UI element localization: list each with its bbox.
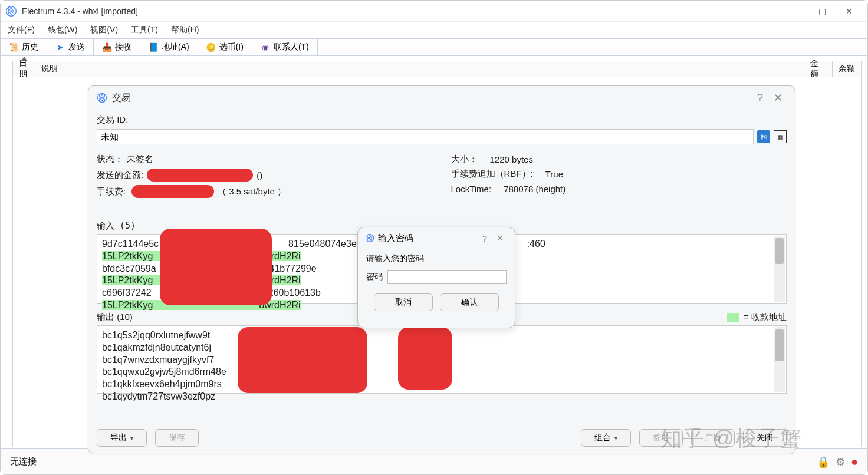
- menu-tools[interactable]: 工具(T): [129, 24, 160, 37]
- svg-point-11: [369, 237, 371, 239]
- settings-icon[interactable]: ⚙: [836, 456, 845, 469]
- pwd-titlebar: 输入密码 ? ✕: [358, 227, 515, 249]
- password-dialog: 输入密码 ? ✕ 请输入您的密码 密码 取消 确认: [357, 227, 515, 328]
- col-date[interactable]: 日期: [13, 61, 35, 77]
- combine-button[interactable]: 组合▾: [581, 429, 631, 447]
- fee-label: 手续费:: [97, 186, 126, 197]
- lock-icon[interactable]: 🔒: [817, 456, 830, 469]
- menu-help[interactable]: 帮助(H): [169, 24, 201, 37]
- electrum-logo-icon: [365, 233, 374, 243]
- close-tx-button[interactable]: 关闭: [743, 429, 787, 447]
- amount-label: 发送的金额:: [97, 170, 143, 181]
- legend: = 收款地址: [727, 312, 787, 323]
- tab-addresses-label: 地址(A): [162, 42, 189, 52]
- save-button[interactable]: 保存: [155, 429, 199, 447]
- pwd-title: 输入密码: [378, 233, 413, 244]
- send-icon: ➤: [55, 42, 65, 52]
- pwd-close-button[interactable]: ✕: [492, 233, 508, 243]
- pwd-ok-button[interactable]: 确认: [440, 293, 499, 311]
- sign-button[interactable]: 签名: [639, 429, 683, 447]
- tx-help-button[interactable]: ?: [751, 92, 769, 104]
- tab-coins-label: 选币(I): [219, 42, 244, 52]
- tab-coins[interactable]: 🪙选币(I): [198, 39, 252, 55]
- outputs-scrollbar[interactable]: [774, 327, 785, 392]
- coins-icon: 🪙: [206, 42, 216, 52]
- broadcast-button[interactable]: 广播: [691, 429, 735, 447]
- titlebar: Electrum 4.3.4 - whxl [imported] — ▢ ✕: [1, 1, 867, 22]
- size-label: 大小：: [451, 154, 478, 165]
- export-button[interactable]: 导出▾: [97, 429, 147, 447]
- txid-label: 交易 ID:: [97, 114, 787, 126]
- tx-dialog-titlebar: 交易 ? ✕: [88, 86, 795, 110]
- menu-view[interactable]: 视图(V): [88, 24, 120, 37]
- svg-point-3: [10, 10, 12, 12]
- tab-addresses[interactable]: 📘地址(A): [140, 39, 198, 55]
- tab-send-label: 发送: [68, 42, 85, 52]
- pwd-label: 密码: [366, 272, 383, 282]
- toolbar: 📜历史 ➤发送 📥接收 📘地址(A) 🪙选币(I) ◉联系人(T): [1, 38, 867, 56]
- menu-wallet[interactable]: 钱包(W): [45, 24, 80, 37]
- size-value: 1220 bytes: [490, 154, 533, 164]
- connection-status: 无连接: [10, 456, 817, 467]
- tx-dialog-buttons: 导出▾ 保存 组合▾ 签名 广播 关闭: [97, 429, 787, 447]
- chevron-down-icon: ▾: [614, 435, 617, 441]
- tab-receive-label: 接收: [115, 42, 131, 52]
- copy-icon[interactable]: ⎘: [757, 130, 770, 143]
- main-window: Electrum 4.3.4 - whxl [imported] — ▢ ✕ 文…: [0, 0, 868, 475]
- pwd-prompt: 请输入您的密码: [366, 253, 507, 264]
- contacts-icon: ◉: [261, 42, 270, 52]
- fee-rate: （ 3.5 sat/byte ）: [218, 186, 286, 197]
- redacted-block: [398, 327, 452, 390]
- minimize-button[interactable]: —: [781, 2, 808, 20]
- svg-point-7: [101, 97, 103, 99]
- pwd-cancel-button[interactable]: 取消: [374, 293, 433, 311]
- tx-details-left: 状态：未签名 发送的金额:() 手续费:（ 3.5 sat/byte ）: [97, 150, 440, 202]
- col-balance[interactable]: 余额: [833, 61, 861, 77]
- status-icons: 🔒 ⚙ ●: [817, 455, 858, 469]
- password-input[interactable]: [387, 270, 507, 284]
- tab-contacts[interactable]: ◉联系人(T): [252, 39, 318, 55]
- col-amount[interactable]: 金额: [804, 61, 833, 77]
- col-desc[interactable]: 说明: [35, 61, 804, 77]
- qr-icon[interactable]: ▦: [774, 130, 787, 143]
- locktime-value: 788078 (height): [504, 184, 565, 194]
- outputs-label: 输出 (10): [97, 312, 133, 323]
- history-columns: 日期 说明 金额 余额: [12, 61, 862, 77]
- amount-suffix: (): [257, 170, 262, 180]
- locktime-label: LockTime:: [451, 184, 492, 194]
- receive-icon: 📥: [102, 42, 111, 52]
- output-row: bc1qydytm727tsvw3ezf0pz: [102, 391, 781, 403]
- maximize-button[interactable]: ▢: [808, 2, 836, 20]
- chevron-down-icon: ▾: [130, 435, 133, 441]
- redacted-block: [238, 327, 367, 393]
- address-icon: 📘: [149, 42, 158, 52]
- tab-send[interactable]: ➤发送: [47, 39, 94, 55]
- inputs-scrollbar[interactable]: [774, 236, 785, 302]
- rbf-label: 手续费追加（RBF）:: [451, 169, 533, 180]
- menubar: 文件(F) 钱包(W) 视图(V) 工具(T) 帮助(H): [1, 22, 867, 38]
- rbf-value: True: [545, 169, 563, 179]
- window-title: Electrum 4.3.4 - whxl [imported]: [22, 6, 781, 16]
- tab-receive[interactable]: 📥接收: [94, 39, 140, 55]
- txid-input[interactable]: [97, 129, 754, 144]
- outputs-box: bc1q5s2jqq0rxlutnejfww9t bc1qakmzfdjn8eu…: [97, 325, 787, 394]
- electrum-logo-icon: [5, 5, 17, 17]
- tx-close-button[interactable]: ✕: [769, 91, 787, 104]
- close-button[interactable]: ✕: [836, 2, 863, 20]
- status-value: 未签名: [127, 154, 153, 165]
- menu-file[interactable]: 文件(F): [5, 24, 37, 37]
- legend-swatch: [727, 313, 739, 322]
- tx-dialog-title: 交易: [112, 92, 131, 104]
- network-icon[interactable]: ●: [851, 455, 858, 469]
- tab-history[interactable]: 📜历史: [1, 39, 47, 55]
- legend-label: = 收款地址: [744, 312, 787, 323]
- redacted-amount: [147, 169, 253, 182]
- status-label: 状态：: [97, 154, 123, 165]
- electrum-logo-icon: [97, 93, 107, 103]
- history-icon: 📜: [9, 42, 18, 52]
- tab-history-label: 历史: [22, 42, 38, 52]
- tab-contacts-label: 联系人(T): [274, 42, 309, 52]
- pwd-help-button[interactable]: ?: [477, 233, 492, 243]
- tx-details-right: 大小： 1220 bytes 手续费追加（RBF）: True LockTime…: [440, 150, 787, 202]
- redacted-block: [160, 229, 272, 305]
